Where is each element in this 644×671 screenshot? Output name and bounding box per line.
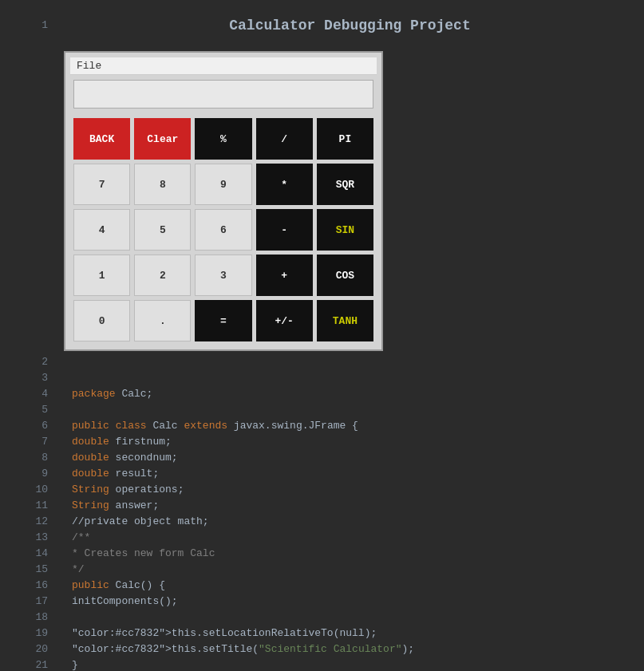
- line-number: 19: [0, 626, 56, 641]
- code-line: 8 double secondnum;: [0, 450, 644, 466]
- line-number: 21: [0, 657, 56, 671]
- four-button[interactable]: 4: [73, 209, 130, 251]
- zero-button[interactable]: 0: [73, 300, 130, 341]
- page-title: Calculator Debugging Project: [56, 0, 644, 51]
- line-number: 5: [0, 402, 56, 418]
- line-number: 18: [0, 610, 56, 626]
- tanh-button[interactable]: TANH: [317, 300, 373, 341]
- code-line: 4package Calc;: [0, 386, 644, 402]
- five-button[interactable]: 5: [134, 209, 191, 251]
- code-line: 20 "color:#cc7832">this.setTitle("Scient…: [0, 641, 644, 657]
- line-content: String operations;: [56, 482, 184, 498]
- eight-button[interactable]: 8: [134, 164, 191, 205]
- line-number: 17: [0, 594, 56, 610]
- code-line: 14 * Creates new form Calc: [0, 546, 644, 562]
- code-line: 9 double result;: [0, 466, 644, 482]
- code-line: 3: [0, 370, 644, 386]
- menu-bar[interactable]: File: [70, 57, 377, 75]
- line-number: 20: [0, 641, 56, 657]
- line-number: 9: [0, 466, 56, 482]
- line-content: double firstnum;: [56, 434, 172, 450]
- code-section: 234package Calc;56public class Calc exte…: [0, 351, 644, 671]
- line-content: "color:#cc7832">this.setTitle("Scientifi…: [56, 641, 414, 657]
- seven-button[interactable]: 7: [73, 164, 130, 205]
- line-number: 7: [0, 434, 56, 450]
- two-button[interactable]: 2: [134, 255, 191, 296]
- percent-button[interactable]: %: [195, 118, 251, 160]
- line-content: String answer;: [56, 498, 159, 514]
- line-content: /**: [56, 530, 90, 546]
- line-number-1: 1: [0, 0, 56, 51]
- line-content: double result;: [56, 466, 159, 482]
- code-line: 19 "color:#cc7832">this.setLocationRelat…: [0, 626, 644, 641]
- line-number: 15: [0, 562, 56, 578]
- sin-button[interactable]: SIN: [317, 209, 373, 251]
- back-button[interactable]: BACK: [73, 118, 130, 160]
- cos-button[interactable]: COS: [317, 255, 373, 296]
- line-number: 4: [0, 386, 56, 402]
- line-number: 10: [0, 482, 56, 498]
- line-content: initComponents();: [56, 594, 178, 610]
- line-number: 12: [0, 514, 56, 530]
- calculator-display: [73, 80, 373, 109]
- line-number: 2: [0, 354, 56, 370]
- code-line: 5: [0, 402, 644, 418]
- line-content: public Calc() {: [56, 578, 165, 594]
- line-content: [56, 402, 72, 418]
- plusminus-button[interactable]: +/-: [256, 300, 313, 341]
- line-content: //private object math;: [56, 514, 209, 530]
- line-number: 14: [0, 546, 56, 562]
- line-number: 6: [0, 418, 56, 434]
- equals-button[interactable]: =: [195, 300, 251, 341]
- code-line: 21 }: [0, 657, 644, 671]
- sqr-button[interactable]: SQR: [317, 164, 373, 205]
- code-line: 7 double firstnum;: [0, 434, 644, 450]
- line-content: }: [56, 657, 78, 671]
- code-line: 13 /**: [0, 530, 644, 546]
- line-number: 13: [0, 530, 56, 546]
- line-content: [56, 610, 72, 626]
- line-number: 8: [0, 450, 56, 466]
- divide-button[interactable]: /: [256, 118, 313, 160]
- line-content: * Creates new form Calc: [56, 546, 215, 562]
- code-line: 11 String answer;: [0, 498, 644, 514]
- line-number: 3: [0, 370, 56, 386]
- line-content: double secondnum;: [56, 450, 178, 466]
- pi-button[interactable]: PI: [317, 118, 373, 160]
- dot-button[interactable]: .: [134, 300, 191, 341]
- line-content: [56, 370, 72, 386]
- code-line: 12 //private object math;: [0, 514, 644, 530]
- line-content: */: [56, 562, 85, 578]
- add-button[interactable]: +: [256, 255, 313, 296]
- line-content: public class Calc extends javax.swing.JF…: [56, 418, 358, 434]
- code-line: 17 initComponents();: [0, 594, 644, 610]
- line-number: 11: [0, 498, 56, 514]
- multiply-button[interactable]: *: [256, 164, 313, 205]
- nine-button[interactable]: 9: [195, 164, 251, 205]
- line-content: package Calc;: [56, 386, 152, 402]
- calculator-container: File BACK Clear % / PI 7 8 9 * SQR 4 5 6…: [64, 51, 383, 351]
- clear-button[interactable]: Clear: [134, 118, 191, 160]
- buttons-grid: BACK Clear % / PI 7 8 9 * SQR 4 5 6 - SI…: [70, 115, 377, 345]
- code-line: 16 public Calc() {: [0, 578, 644, 594]
- line-content: "color:#cc7832">this.setLocationRelative…: [56, 626, 377, 641]
- code-line: 15 */: [0, 562, 644, 578]
- three-button[interactable]: 3: [195, 255, 251, 296]
- one-button[interactable]: 1: [73, 255, 130, 296]
- code-line: 10 String operations;: [0, 482, 644, 498]
- code-line: 18: [0, 610, 644, 626]
- line-number: 16: [0, 578, 56, 594]
- line-content: [56, 354, 72, 370]
- file-menu[interactable]: File: [77, 60, 101, 72]
- code-line: 6public class Calc extends javax.swing.J…: [0, 418, 644, 434]
- six-button[interactable]: 6: [195, 209, 251, 251]
- code-line: 2: [0, 354, 644, 370]
- subtract-button[interactable]: -: [256, 209, 313, 251]
